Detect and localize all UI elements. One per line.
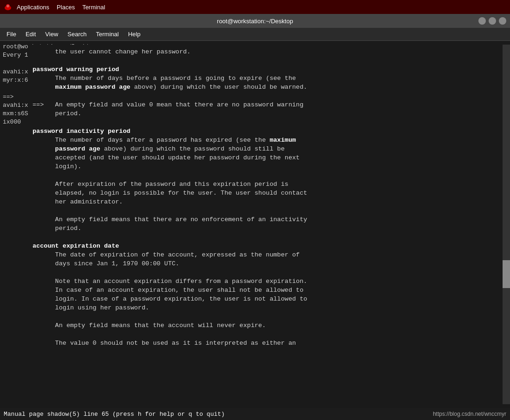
applications-menu[interactable]: Applications (13, 0, 53, 14)
man-line (33, 206, 441, 215)
close-button[interactable] (499, 17, 506, 25)
man-line: ==> An empty field and value 0 mean that… (33, 100, 441, 109)
system-bar: Applications Places Terminal (0, 0, 510, 14)
man-line (33, 56, 441, 65)
man-page: the user cannot change her password. pas… (28, 45, 446, 404)
man-line: the user cannot change her password. (33, 47, 441, 56)
man-line: password age above) during which the pas… (33, 144, 441, 153)
man-scrollbar[interactable] (503, 45, 510, 404)
redhat-icon (4, 3, 12, 11)
man-line: In case of an account expiration, the us… (33, 286, 441, 295)
man-line: An empty field means that there are no e… (33, 215, 441, 224)
man-line (33, 233, 441, 242)
menu-file[interactable]: File (2, 28, 21, 40)
title-bar: root@workstation:~/Desktop (0, 14, 510, 28)
places-menu[interactable]: Places (53, 0, 78, 14)
status-right: https://blog.csdn.net/wnccmyr (433, 411, 506, 417)
man-line (33, 268, 441, 277)
window-title: root@workstation:~/Desktop (217, 18, 293, 25)
man-line: After expiration of the password and thi… (33, 180, 441, 189)
man-line: password warning period (33, 65, 441, 74)
terminal-content: root@workstation:~/Desktop Every 1.0s: c… (0, 41, 510, 408)
menu-search[interactable]: Search (63, 28, 91, 40)
man-line: elapsed, no login is possible for the us… (33, 189, 441, 197)
man-line: account expiration date (33, 242, 441, 250)
man-line: The date of expiration of the account, e… (33, 250, 441, 259)
svg-point-2 (7, 5, 9, 7)
man-line: login). (33, 162, 441, 171)
status-left: Manual page shadow(5) line 65 (press h f… (4, 411, 225, 418)
man-line: her administrator. (33, 197, 441, 206)
terminal-menu[interactable]: Terminal (78, 0, 109, 14)
man-line: An empty field means that the account wi… (33, 321, 441, 330)
man-line: password inactivity period (33, 127, 441, 136)
maximize-button[interactable] (489, 17, 496, 25)
man-line: period. (33, 109, 441, 118)
man-line (33, 118, 441, 127)
man-line (33, 312, 441, 321)
man-line (33, 171, 441, 180)
menu-terminal[interactable]: Terminal (92, 28, 124, 40)
man-line: accepted (and the user should update her… (33, 153, 441, 162)
minimize-button[interactable] (478, 17, 486, 25)
man-line (33, 92, 441, 100)
man-line: login using her password. (33, 303, 441, 312)
man-line: login. In case of a password expiration,… (33, 295, 441, 303)
window-controls (478, 17, 506, 25)
man-line: The number of days after a password has … (33, 136, 441, 144)
menu-bar: File Edit View Search Terminal Help (0, 28, 510, 41)
man-line: maximum password age above) during which… (33, 83, 441, 92)
menu-view[interactable]: View (40, 28, 63, 40)
status-bar: Manual page shadow(5) line 65 (press h f… (0, 408, 510, 420)
scrollbar-thumb[interactable] (503, 260, 510, 288)
man-line: days since Jan 1, 1970 00:00 UTC. (33, 259, 441, 268)
man-line (33, 330, 441, 339)
menu-edit[interactable]: Edit (21, 28, 40, 40)
man-line: period. (33, 224, 441, 233)
man-line: The value 0 should not be used as it is … (33, 339, 441, 348)
man-line: The number of days before a password is … (33, 74, 441, 83)
menu-help[interactable]: Help (124, 28, 145, 40)
man-line: Note that an account expiration differs … (33, 277, 441, 286)
